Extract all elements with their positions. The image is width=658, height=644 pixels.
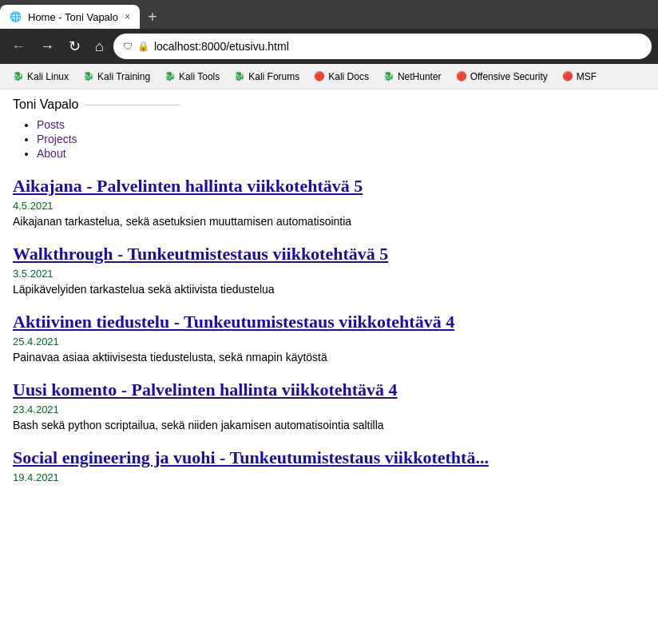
post-entry-1: Walkthrough - Tunkeutmistestaus viikkote… xyxy=(13,244,645,296)
bookmark-label: Kali Forums xyxy=(248,71,299,82)
address-text: localhost:8000/etusivu.html xyxy=(154,40,642,53)
bookmark-label: Offensive Security xyxy=(470,71,548,82)
site-nav: Posts Projects About xyxy=(13,118,645,160)
tab-close-button[interactable]: × xyxy=(125,11,130,22)
post-title-1[interactable]: Walkthrough - Tunkeutmistestaus viikkote… xyxy=(13,244,645,264)
forward-button[interactable]: → xyxy=(35,35,59,58)
bookmark-kali-tools[interactable]: 🐉 Kali Tools xyxy=(158,69,226,85)
site-title-link[interactable]: Toni Vapalo xyxy=(13,97,78,112)
home-button[interactable]: ⌂ xyxy=(90,35,109,58)
tab-title: Home - Toni Vapalo xyxy=(28,11,118,23)
post-entry-4: Social engineering ja vuohi - Tunkeutumi… xyxy=(13,447,645,483)
post-title-3[interactable]: Uusi komento - Palvelinten hallinta viik… xyxy=(13,380,645,400)
post-title-0[interactable]: Aikajana - Palvelinten hallinta viikkote… xyxy=(13,176,645,197)
post-entry-0: Aikajana - Palvelinten hallinta viikkote… xyxy=(13,176,645,228)
offensive-security-icon: 🔴 xyxy=(456,71,467,82)
title-divider xyxy=(85,105,180,105)
site-header: Toni Vapalo xyxy=(13,97,645,112)
bookmark-offensive-security[interactable]: 🔴 Offensive Security xyxy=(450,69,554,85)
post-title-4[interactable]: Social engineering ja vuohi - Tunkeutumi… xyxy=(13,447,645,468)
post-date-2: 25.4.2021 xyxy=(13,336,645,348)
bookmarks-bar: 🐉 Kali Linux 🐉 Kali Training 🐉 Kali Tool… xyxy=(0,64,658,89)
bookmark-label: NetHunter xyxy=(398,71,442,82)
bookmark-kali-forums[interactable]: 🐉 Kali Forums xyxy=(228,69,306,85)
nav-link-about[interactable]: About xyxy=(37,147,66,160)
bookmark-label: Kali Tools xyxy=(179,71,220,82)
bookmark-msf[interactable]: 🔴 MSF xyxy=(556,69,603,85)
post-date-1: 3.5.2021 xyxy=(13,268,645,280)
msf-icon: 🔴 xyxy=(562,71,573,82)
kali-docs-icon: 🔴 xyxy=(314,71,325,82)
post-summary-2: Painavaa asiaa aktiivisesta tiedustelust… xyxy=(13,351,645,364)
kali-forums-icon: 🐉 xyxy=(234,71,245,82)
back-button[interactable]: ← xyxy=(6,35,30,58)
new-tab-button[interactable]: + xyxy=(140,8,165,26)
post-entry-2: Aktiivinen tiedustelu - Tunkeutumistesta… xyxy=(13,312,645,364)
kali-linux-icon: 🐉 xyxy=(13,71,24,82)
nav-link-projects[interactable]: Projects xyxy=(37,133,77,145)
page-content: Toni Vapalo Posts Projects About Aikajan… xyxy=(0,89,658,507)
bookmark-label: Kali Docs xyxy=(328,71,369,82)
reload-button[interactable]: ↻ xyxy=(64,34,85,58)
browser-chrome: 🌐 Home - Toni Vapalo × + ← → ↻ ⌂ 🛡 🔒 loc… xyxy=(0,0,658,89)
shield-icon: 🛡 xyxy=(123,41,133,52)
nav-bar: ← → ↻ ⌂ 🛡 🔒 localhost:8000/etusivu.html xyxy=(0,29,658,64)
bookmark-kali-linux[interactable]: 🐉 Kali Linux xyxy=(6,69,75,85)
bookmark-label: MSF xyxy=(577,71,597,82)
address-bar[interactable]: 🛡 🔒 localhost:8000/etusivu.html xyxy=(113,34,652,59)
active-tab[interactable]: 🌐 Home - Toni Vapalo × xyxy=(0,5,140,29)
post-entry-3: Uusi komento - Palvelinten hallinta viik… xyxy=(13,380,645,431)
nav-link-posts[interactable]: Posts xyxy=(37,118,65,131)
post-title-2[interactable]: Aktiivinen tiedustelu - Tunkeutumistesta… xyxy=(13,312,645,332)
tab-favicon: 🌐 xyxy=(10,11,22,22)
post-summary-0: Aikajanan tarkastelua, sekä asetuksien m… xyxy=(13,215,645,228)
post-date-4: 19.4.2021 xyxy=(13,471,645,483)
nav-item-projects: Projects xyxy=(37,133,645,145)
kali-tools-icon: 🐉 xyxy=(164,71,176,82)
bookmark-kali-docs[interactable]: 🔴 Kali Docs xyxy=(307,69,375,85)
kali-training-icon: 🐉 xyxy=(83,71,94,82)
post-date-0: 4.5.2021 xyxy=(13,200,645,212)
nav-item-about: About xyxy=(37,147,645,160)
lock-icon: 🔒 xyxy=(137,41,149,52)
post-summary-1: Läpikävelyiden tarkastelua sekä aktiivis… xyxy=(13,283,645,296)
bookmark-label: Kali Linux xyxy=(27,71,69,82)
tab-bar: 🌐 Home - Toni Vapalo × + xyxy=(0,0,658,29)
bookmark-kali-training[interactable]: 🐉 Kali Training xyxy=(77,69,157,85)
post-date-3: 23.4.2021 xyxy=(13,403,645,415)
post-summary-3: Bash sekä python scriptailua, sekä niide… xyxy=(13,419,645,431)
nethunter-icon: 🐉 xyxy=(383,71,394,82)
nav-item-posts: Posts xyxy=(37,118,645,131)
bookmark-label: Kali Training xyxy=(97,71,150,82)
bookmark-nethunter[interactable]: 🐉 NetHunter xyxy=(377,69,448,85)
